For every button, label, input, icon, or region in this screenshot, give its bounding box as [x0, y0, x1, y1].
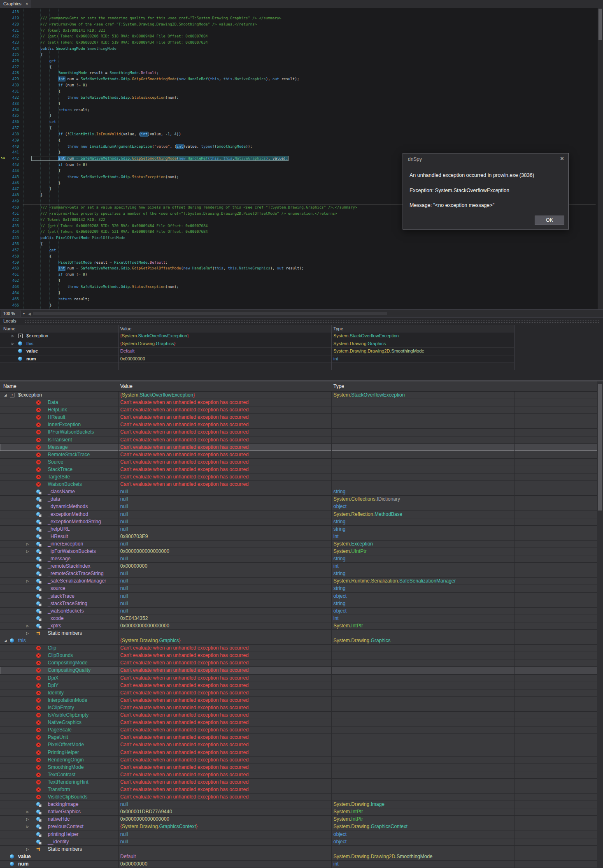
table-row[interactable]: ✕VisibleClipBoundsCan't evaluate when an… — [0, 794, 603, 801]
expander-collapsed-icon[interactable]: ▷ — [26, 846, 29, 853]
scrollbar-thumb[interactable] — [598, 9, 602, 40]
table-row[interactable]: ✕IsVisibleClipEmptyCan't evaluate when a… — [0, 712, 603, 719]
table-row[interactable]: ✕InnerExceptionCan't evaluate when an un… — [0, 421, 603, 429]
table-row[interactable]: _stackTracenullobject — [0, 593, 603, 600]
table-row[interactable]: ✕CompositingQualityCan't evaluate when a… — [0, 667, 603, 674]
expander-collapsed-icon[interactable]: ▷ — [26, 541, 29, 548]
table-row[interactable]: _dynamicMethodsnullobject — [0, 503, 603, 511]
table-row[interactable]: ✕HResultCan't evaluate when an unhandled… — [0, 414, 603, 421]
expander-collapsed-icon[interactable]: ▷ — [26, 622, 29, 629]
table-row[interactable]: ▷_safeSerializationManagernullSystem.Run… — [0, 578, 603, 585]
scroll-left-arrow-icon[interactable]: ◀ — [28, 311, 31, 316]
table-row[interactable]: ▷_xptrs0x0000000000000000System.IntPtr — [0, 622, 603, 630]
table-row[interactable]: ✕SmoothingModeCan't evaluate when an unh… — [0, 764, 603, 771]
table-row[interactable]: printingHelpernullobject — [0, 831, 603, 838]
tab-graphics[interactable]: Graphics× — [0, 0, 31, 8]
table-row[interactable]: valueDefaultSystem.Drawing.Drawing2D.Smo… — [0, 348, 515, 355]
table-row[interactable]: ◢this{System.Drawing.Graphics}System.Dra… — [0, 637, 603, 645]
column-divider[interactable] — [118, 325, 119, 370]
table-row[interactable]: _datanullSystem.Collections.IDictionary — [0, 496, 603, 503]
table-row[interactable]: _watsonBucketsnullobject — [0, 608, 603, 615]
table-row[interactable]: num0x00000000int — [0, 355, 515, 363]
expander-collapsed-icon[interactable]: ▷ — [26, 823, 29, 830]
table-row[interactable]: ✕MessageCan't evaluate when an unhandled… — [0, 444, 603, 451]
table-row[interactable]: backingImagenullSystem.Drawing.Image — [0, 801, 603, 808]
table-row[interactable]: _classNamenullstring — [0, 488, 603, 496]
table-row[interactable]: ✕DpiYCan't evaluate when an unhandled ex… — [0, 682, 603, 689]
column-header-type[interactable]: Type — [333, 325, 343, 332]
table-row[interactable]: ▷previousContext{System.Drawing.Graphics… — [0, 823, 603, 831]
scrollbar-thumb[interactable] — [598, 384, 602, 511]
table-row[interactable]: num0x00000000int — [0, 861, 603, 868]
table-row[interactable]: ✕PixelOffsetModeCan't evaluate when an u… — [0, 741, 603, 749]
expander-expanded-icon[interactable]: ◢ — [4, 637, 7, 644]
inspector-vertical-scrollbar[interactable] — [597, 381, 603, 868]
editor-vertical-scrollbar[interactable] — [598, 8, 603, 309]
table-row[interactable]: _remoteStackIndex0x00000000int — [0, 563, 603, 570]
table-row[interactable]: ▷_innerExceptionnullSystem.Exception — [0, 541, 603, 548]
column-divider[interactable] — [331, 392, 332, 868]
chevron-down-icon[interactable]: ▾ — [21, 311, 27, 317]
tab-close-icon[interactable]: × — [26, 1, 28, 6]
table-row[interactable]: ✕IdentityCan't evaluate when an unhandle… — [0, 689, 603, 697]
table-row[interactable]: ✕ClipCan't evaluate when an unhandled ex… — [0, 645, 603, 652]
table-row[interactable]: ✕NativeGraphicsCan't evaluate when an un… — [0, 719, 603, 726]
table-row[interactable]: ◢!$exception{System.StackOverflowExcepti… — [0, 392, 603, 399]
table-row[interactable]: ✕PageScaleCan't evaluate when an unhandl… — [0, 726, 603, 734]
table-row[interactable]: ✕SourceCan't evaluate when an unhandled … — [0, 459, 603, 466]
table-row[interactable]: ✕WatsonBucketsCan't evaluate when an unh… — [0, 481, 603, 488]
table-row[interactable]: _sourcenullstring — [0, 585, 603, 592]
table-row[interactable]: ✕IPForWatsonBucketsCan't evaluate when a… — [0, 429, 603, 436]
expander-collapsed-icon[interactable]: ▷ — [26, 808, 29, 815]
table-row[interactable]: ▷this{System.Drawing.Graphics}System.Dra… — [0, 340, 515, 348]
column-header-type[interactable]: Type — [333, 381, 344, 392]
table-row[interactable]: __identitynullobject — [0, 838, 603, 846]
table-row[interactable]: ▷_ipForWatsonBuckets0x0000000000000000Sy… — [0, 548, 603, 555]
expander-expanded-icon[interactable]: ◢ — [4, 392, 7, 399]
table-row[interactable]: ✕RemoteStackTraceCan't evaluate when an … — [0, 451, 603, 459]
table-row[interactable]: ✕TextContrastCan't evaluate when an unha… — [0, 771, 603, 779]
table-row[interactable]: ✕InterpolationModeCan't evaluate when an… — [0, 697, 603, 704]
table-row[interactable]: ✕DpiXCan't evaluate when an unhandled ex… — [0, 675, 603, 682]
table-row[interactable]: _remoteStackTraceStringnullstring — [0, 570, 603, 578]
column-divider[interactable] — [514, 392, 515, 868]
expander-collapsed-icon[interactable]: ▷ — [12, 332, 14, 340]
table-row[interactable]: _exceptionMethodStringnullstring — [0, 518, 603, 526]
expander-collapsed-icon[interactable]: ▷ — [12, 340, 14, 348]
table-row[interactable]: _HResult0x800703E9int — [0, 533, 603, 541]
table-row[interactable]: _helpURLnullstring — [0, 526, 603, 533]
table-row[interactable]: ▷nativeHdc0x0000000000000000System.IntPt… — [0, 816, 603, 823]
table-row[interactable]: _messagenullstring — [0, 555, 603, 563]
table-row[interactable]: _xcode0xE0434352int — [0, 615, 603, 622]
table-row[interactable]: ✕ClipBoundsCan't evaluate when an unhand… — [0, 652, 603, 659]
column-divider[interactable] — [331, 325, 332, 370]
zoom-level-select[interactable]: 100 % — [1, 311, 21, 317]
table-row[interactable]: ✕HelpLinkCan't evaluate when an unhandle… — [0, 406, 603, 414]
table-row[interactable]: ✕StackTraceCan't evaluate when an unhand… — [0, 466, 603, 473]
column-header-value[interactable]: Value — [120, 381, 133, 392]
expander-collapsed-icon[interactable]: ▷ — [26, 578, 29, 585]
horizontal-scrollbar-thumb[interactable] — [33, 312, 387, 315]
table-row[interactable]: ✕IsTransientCan't evaluate when an unhan… — [0, 436, 603, 444]
table-row[interactable]: valueDefaultSystem.Drawing.Drawing2D.Smo… — [0, 853, 603, 861]
close-icon[interactable]: ✕ — [560, 155, 564, 162]
table-row[interactable]: ✕PrintingHelperCan't evaluate when an un… — [0, 749, 603, 757]
table-row[interactable]: ✕CompositingModeCan't evaluate when an u… — [0, 659, 603, 667]
ok-button[interactable]: OK — [535, 216, 564, 225]
column-divider[interactable] — [514, 325, 515, 370]
column-header-name[interactable]: Name — [3, 325, 15, 332]
table-row[interactable]: ✕DataCan't evaluate when an unhandled ex… — [0, 399, 603, 406]
table-row[interactable]: ▷⇉Static members — [0, 846, 603, 853]
table-row[interactable]: ▷⇉Static members — [0, 630, 603, 637]
table-row[interactable]: ▷!$exception{System.StackOverflowExcepti… — [0, 332, 515, 340]
table-row[interactable]: ✕IsClipEmptyCan't evaluate when an unhan… — [0, 704, 603, 712]
expander-collapsed-icon[interactable]: ▷ — [26, 548, 29, 555]
column-header-value[interactable]: Value — [120, 325, 131, 332]
table-row[interactable]: ✕PageUnitCan't evaluate when an unhandle… — [0, 734, 603, 741]
table-row[interactable]: ✕TargetSiteCan't evaluate when an unhand… — [0, 473, 603, 481]
table-row[interactable]: ✕TransformCan't evaluate when an unhandl… — [0, 786, 603, 794]
column-divider[interactable] — [118, 392, 119, 868]
table-row[interactable]: ✕RenderingOriginCan't evaluate when an u… — [0, 757, 603, 764]
column-header-name[interactable]: Name — [3, 381, 16, 392]
table-row[interactable]: ✕TextRenderingHintCan't evaluate when an… — [0, 779, 603, 786]
